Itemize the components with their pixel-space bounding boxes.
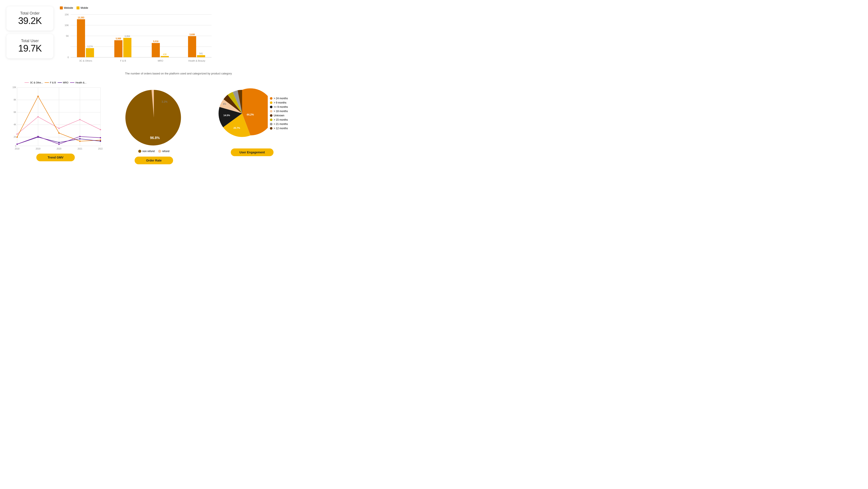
legend-15months: > 15 months xyxy=(270,118,288,121)
label-12months: > 12 months xyxy=(274,127,288,130)
order-pie-svg: 96.8% 3.2% xyxy=(118,81,190,154)
bar-hb-website xyxy=(188,36,196,57)
total-user-value: 19.7K xyxy=(18,43,42,54)
point-mro-2021 xyxy=(79,138,81,140)
svg-text:MRO: MRO xyxy=(158,59,163,62)
fb-legend-label: F & B xyxy=(50,81,56,84)
svg-text:5,988: 5,988 xyxy=(116,37,121,40)
label-21months: > 21 months xyxy=(274,122,288,125)
order-pie-legend: non refund refund xyxy=(138,150,169,153)
point-hb-2019 xyxy=(37,136,39,137)
point-fb-2020 xyxy=(58,133,60,134)
refund-label: refund xyxy=(162,150,169,153)
label-44: 44.2% xyxy=(247,113,254,116)
point-hb-2021 xyxy=(79,136,81,137)
total-order-card: Total Order 39.2K xyxy=(6,6,54,31)
trend-gmv-button[interactable]: Trend GMV xyxy=(36,153,75,161)
mobile-legend-label: Mobile xyxy=(81,6,88,9)
svg-text:3,274: 3,274 xyxy=(87,45,93,48)
svg-text:0: 0 xyxy=(15,145,16,147)
legend-12months: > 12 months xyxy=(270,127,288,130)
non-refund-label: non refund xyxy=(142,150,155,153)
legend-mobile: Mobile xyxy=(76,6,88,9)
total-user-label: Total User xyxy=(21,39,39,43)
label-15months: > 15 months xyxy=(274,118,288,121)
bar-3c-website xyxy=(77,19,85,57)
point-3c-2022 xyxy=(100,129,101,130)
label-6: 6% xyxy=(223,103,226,105)
svg-text:15K: 15K xyxy=(65,13,69,16)
svg-text:3.2%: 3.2% xyxy=(161,100,167,103)
svg-text:Health & Beauty: Health & Beauty xyxy=(188,59,205,62)
svg-text:F & B: F & B xyxy=(120,59,126,62)
user-engagement-button[interactable]: User Engagement xyxy=(231,148,273,156)
engagement-pie-panel: 44.2% 20.7% 14.5% 6% > 24 months > 9 mon… xyxy=(203,81,301,164)
total-user-card: Total User 19.7K xyxy=(6,34,54,58)
3c-legend-label: 3C & Othe... xyxy=(30,81,43,84)
point-fb-2021 xyxy=(79,141,81,142)
legend-9months-le: <= 9 months xyxy=(270,106,288,109)
svg-text:2018: 2018 xyxy=(15,148,20,150)
svg-text:0: 0 xyxy=(67,56,69,59)
svg-text:13,383: 13,383 xyxy=(78,17,84,19)
bar-chart-desc: The number of orders based on the platfo… xyxy=(60,71,297,76)
line-3c xyxy=(17,117,100,134)
svg-text:6,864: 6,864 xyxy=(125,35,130,37)
svg-text:3,699: 3,699 xyxy=(189,33,195,36)
line-chart-panel: 3C & Othe... F & B MRO Health &... 10K xyxy=(6,81,105,164)
line-chart-legend: 3C & Othe... F & B MRO Health &... xyxy=(25,81,86,84)
legend-18months: > 18 months xyxy=(270,110,288,113)
svg-text:2019: 2019 xyxy=(36,148,40,150)
point-hb-2018 xyxy=(17,144,18,145)
order-rate-button[interactable]: Order Rate xyxy=(135,156,173,164)
dot-15months xyxy=(270,118,273,121)
bar-mro-mobile xyxy=(161,56,169,57)
point-3c-2020 xyxy=(58,128,60,129)
dot-9months-le xyxy=(270,106,273,108)
point-mro-2020 xyxy=(58,142,60,143)
svg-text:10K: 10K xyxy=(12,86,16,89)
svg-text:438: 438 xyxy=(163,53,167,56)
engagement-pie-svg: 44.2% 20.7% 14.5% 6% xyxy=(216,81,268,145)
label-24months: > 24 months xyxy=(274,97,288,100)
dot-18months xyxy=(270,110,273,113)
hb-legend-line xyxy=(70,82,74,83)
line-fb xyxy=(17,96,100,141)
mro-legend-label: MRO xyxy=(63,81,69,84)
stat-cards: Total Order 39.2K Total User 19.7K xyxy=(6,4,54,78)
engagement-chart-row: 44.2% 20.7% 14.5% 6% > 24 months > 9 mon… xyxy=(203,81,301,145)
legend-mro: MRO xyxy=(58,81,69,84)
3c-legend-line xyxy=(25,82,29,83)
legend-website: Website xyxy=(60,6,73,9)
legend-21months: > 21 months xyxy=(270,122,288,125)
point-mro-2022 xyxy=(100,141,101,142)
svg-text:8K: 8K xyxy=(14,98,17,101)
svg-text:5,016: 5,016 xyxy=(153,40,158,42)
bar-chart-svg: 15K 10K 5K 0 13,383 3,274 3C & Others 5,… xyxy=(60,10,214,70)
legend-unknown: Unknown xyxy=(270,114,288,117)
dot-9months-gt xyxy=(270,102,273,104)
svg-text:10K: 10K xyxy=(65,24,69,27)
label-9months-le: <= 9 months xyxy=(274,106,288,109)
label-207: 20.7% xyxy=(234,127,240,129)
svg-text:2K: 2K xyxy=(14,136,17,138)
legend-3c: 3C & Othe... xyxy=(25,81,43,84)
label-145: 14.5% xyxy=(223,114,230,117)
point-hb-2022 xyxy=(100,137,101,138)
label-unknown: Unknown xyxy=(274,114,284,117)
line-chart-svg: 10K 8K 6K 4K 2K 0 2018 xyxy=(8,84,102,151)
total-order-value: 39.2K xyxy=(18,16,42,26)
fb-legend-line xyxy=(45,82,49,83)
svg-text:2020: 2020 xyxy=(57,148,62,150)
point-fb-2018 xyxy=(17,137,18,138)
dot-24months xyxy=(270,97,273,100)
point-hb-2020 xyxy=(58,144,60,145)
bar-3c-mobile xyxy=(86,48,94,57)
mro-legend-line xyxy=(58,82,62,83)
svg-text:541: 541 xyxy=(199,52,203,55)
engagement-legend: > 24 months > 9 months <= 9 months > 18 … xyxy=(270,97,288,130)
point-3c-2021 xyxy=(79,119,81,120)
order-pie-panel: 96.8% 3.2% non refund refund Order Rate xyxy=(105,81,203,164)
website-legend-label: Website xyxy=(64,6,73,9)
svg-text:5K: 5K xyxy=(66,35,69,37)
